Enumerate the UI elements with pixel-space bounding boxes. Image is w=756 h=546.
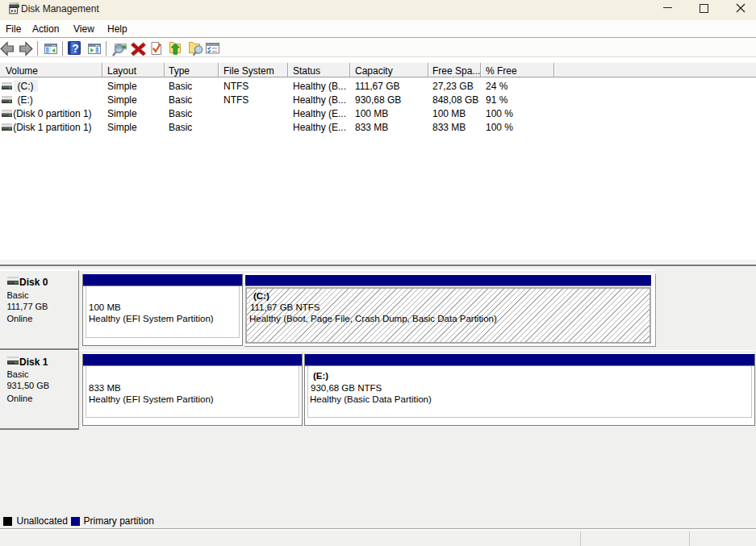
svg-text:?: ? — [72, 42, 79, 55]
